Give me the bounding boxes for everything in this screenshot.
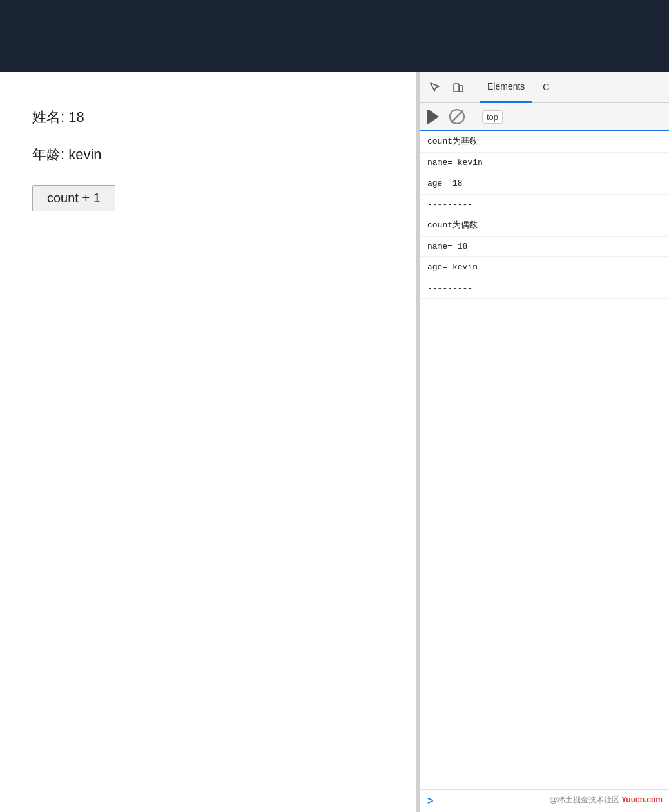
watermark: @稀土掘金技术社区 Yuucn.com <box>549 795 663 806</box>
console-prompt-icon: > <box>427 795 433 807</box>
console-line-4: count为偶数 <box>420 215 669 237</box>
svg-rect-3 <box>427 110 429 124</box>
console-line-1: count为基数 <box>420 131 669 153</box>
age-label: 年龄: kevin <box>32 145 383 164</box>
devtools-toolbar: Elements C <box>420 72 669 103</box>
console-line-5: name= 18 <box>420 237 669 258</box>
console-line-2: name= kevin <box>420 153 669 174</box>
svg-rect-1 <box>460 86 463 92</box>
inspect-element-button[interactable] <box>425 77 445 98</box>
console-output: count为基数 name= kevin age= 18 --------- c… <box>420 131 669 789</box>
play-icon-button[interactable] <box>425 108 443 126</box>
console-separator-1: --------- <box>420 195 669 216</box>
main-area: 姓名: 18 年龄: kevin count + 1 Elemen <box>0 72 669 812</box>
block-icon-button[interactable] <box>448 108 466 126</box>
count-button[interactable]: count + 1 <box>32 185 115 211</box>
toolbar-divider-1 <box>474 80 474 95</box>
svg-line-5 <box>451 111 463 123</box>
console-line-6: age= kevin <box>420 257 669 278</box>
svg-marker-2 <box>429 110 439 124</box>
toolbar2-divider <box>474 110 474 123</box>
page-content: 姓名: 18 年龄: kevin count + 1 <box>0 72 416 812</box>
name-label: 姓名: 18 <box>32 108 383 127</box>
device-toggle-button[interactable] <box>448 77 469 98</box>
tab-console[interactable]: C <box>535 72 557 103</box>
top-navigation-bar <box>0 0 669 72</box>
devtools-panel: Elements C top <box>420 72 669 812</box>
svg-rect-0 <box>454 84 459 92</box>
console-line-3: age= 18 <box>420 173 669 195</box>
console-separator-2: --------- <box>420 278 669 300</box>
tab-elements[interactable]: Elements <box>480 72 532 103</box>
watermark-text: @稀土掘金技术社区 <box>549 795 619 804</box>
context-selector[interactable]: top <box>482 110 503 124</box>
devtools-toolbar2: top <box>420 103 669 131</box>
watermark-brand: Yuucn.com <box>621 795 663 804</box>
